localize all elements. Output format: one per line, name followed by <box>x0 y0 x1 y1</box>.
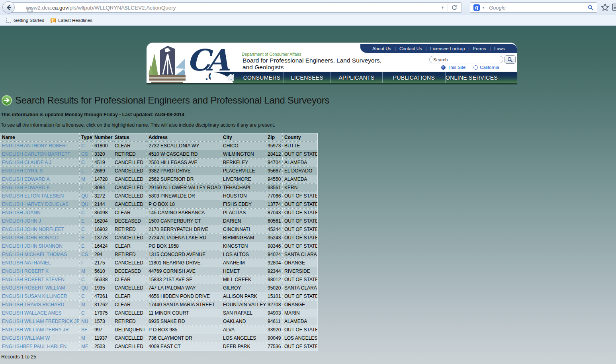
license-type-link[interactable]: E <box>81 243 84 249</box>
browser-search-placeholder: Google <box>489 5 588 11</box>
bookmark-star-icon[interactable] <box>601 3 609 13</box>
licensee-name-link[interactable]: ENGLISH JOHN NORFLEET <box>2 227 64 232</box>
license-type-link[interactable]: M <box>81 176 85 182</box>
licensee-name-link[interactable]: ENGLISH HARVEY DOUGLAS <box>2 202 68 207</box>
licensee-zip: 77536 <box>266 342 283 351</box>
table-header-row: NameTypeNumberStatusAddressCityZipCounty <box>0 133 318 142</box>
licensee-county: OUT OF STATE <box>283 200 318 209</box>
licensee-county: KERN <box>283 184 318 192</box>
licensee-zip: 94704 <box>266 159 283 167</box>
license-type-link[interactable]: L <box>81 168 84 174</box>
licensee-zip: 98012 <box>266 276 283 284</box>
licensee-address: P O BOX 985 <box>147 326 221 334</box>
licensee-zip: 35243 <box>266 234 283 242</box>
licensee-name-link[interactable]: ENGLISH JOHN J <box>2 218 41 224</box>
license-status: DECEASED <box>113 217 147 225</box>
license-type-link[interactable]: M <box>81 268 85 274</box>
license-type-link[interactable]: I <box>81 260 82 266</box>
licensee-name-link[interactable]: ENGLISH JOANN <box>2 210 41 215</box>
licensee-name-link[interactable]: ENGLISH ROBERT WILLIAM <box>2 285 65 291</box>
licensee-name-link[interactable]: ENGLISH CARLTON BARRETT <box>2 151 70 157</box>
licensee-address: 5803 PINEWILDE DR <box>147 192 221 200</box>
licensee-name-link[interactable]: ENGLISH CYRIL S <box>2 168 43 174</box>
licensee-city: DEER PARK <box>221 342 266 351</box>
licensee-name-link[interactable]: ENGLISH EDWARD A <box>2 176 50 182</box>
licensee-name-link[interactable]: ENGLISH JOHN SHANNON <box>2 243 63 249</box>
licensee-address: 2724 ALTADENA LAKE RD <box>147 234 221 242</box>
licensee-name-link[interactable]: ENGLISH ELTON TALESIEN <box>2 193 64 199</box>
licensee-name-link[interactable]: ENGLISH WILLIAM PERRY JR <box>2 327 69 333</box>
bookmark-getting-started[interactable]: Getting Started <box>3 17 47 24</box>
license-type-link[interactable]: E <box>81 218 84 224</box>
license-type-link[interactable]: L <box>81 185 84 190</box>
page-background: CA .GOV Department of Consumer Affairs B… <box>0 26 616 364</box>
licensee-name-link[interactable]: ENGLISH ANTHONY ROBERT <box>2 143 68 149</box>
licensee-county: OUT OF STATE <box>283 209 318 217</box>
licensee-name-link[interactable]: ENGLISH CLAUDE A J <box>2 160 51 165</box>
licensee-name-link[interactable]: ENGLISHBEE PAUL HARLEN <box>2 344 66 349</box>
licensee-address: 6935 SNAKE RD <box>147 317 221 326</box>
license-type-link[interactable]: QU <box>81 193 88 199</box>
column-header: Name <box>0 133 80 142</box>
license-type-link[interactable]: E <box>81 235 84 241</box>
urlbar-dropdown-icon[interactable]: ▼ <box>438 6 448 10</box>
back-button[interactable] <box>2 1 15 14</box>
license-type-link[interactable]: NU <box>81 319 88 324</box>
license-type-link[interactable]: CS <box>81 252 88 257</box>
license-type-link[interactable]: C <box>81 160 85 165</box>
license-type-link[interactable]: C <box>81 143 85 149</box>
license-type-link[interactable]: C <box>81 277 85 282</box>
licensee-name-link[interactable]: ENGLISH ROBERT STEVEN <box>2 277 65 282</box>
license-number: 16424 <box>93 242 113 250</box>
license-type-link[interactable]: SF <box>81 327 87 333</box>
license-status: CANCELLED <box>113 167 147 175</box>
license-type-link[interactable]: M <box>81 302 85 307</box>
licensee-city: HEMET <box>221 267 266 276</box>
licensee-name-link[interactable]: ENGLISH SUSAN KILLINGER <box>2 294 67 299</box>
search-engine-dropdown-icon[interactable]: ▼ <box>480 6 489 10</box>
url-bar[interactable]: www2.dca.ca.gov/pls/wllpub/WLLQRYNA$LCEV… <box>9 2 462 13</box>
licensee-county: ALAMEDA <box>283 159 318 167</box>
bookmarks-menu-icon[interactable] <box>612 3 616 13</box>
table-row: ENGLISH NATHANIEL I 2175 CANCELLED 11801… <box>0 259 318 267</box>
license-type-link[interactable]: QU <box>81 202 88 207</box>
search-magnifier-icon[interactable] <box>588 5 594 11</box>
licensee-name-link[interactable]: ENGLISH WALLACE AMES <box>2 310 62 316</box>
license-type-link[interactable]: C <box>81 227 85 232</box>
licensee-name-link[interactable]: ENGLISH EDWARD F <box>2 185 50 190</box>
licensee-address: 11801 NEARING DRIVE <box>147 259 221 267</box>
license-type-link[interactable]: C <box>81 310 85 316</box>
licensee-zip: 94903 <box>266 309 283 317</box>
bookmark-latest-headlines[interactable]: Latest Headlines <box>47 17 96 24</box>
column-header: Zip <box>266 133 283 142</box>
home-nav-item[interactable] <box>211 72 240 83</box>
licensee-county: OUT OF STATE <box>283 217 318 225</box>
licensee-zip: 15101 <box>266 292 283 301</box>
license-status: RETIRED <box>113 317 147 326</box>
license-type-link[interactable]: C <box>81 294 85 299</box>
licensee-name-link[interactable]: ENGLISH WILLIAM FREDERICK JR <box>2 319 80 324</box>
licensee-name-link[interactable]: ENGLISH TRAVIS RICHARD <box>2 302 64 307</box>
licensee-zip: 95667 <box>266 167 283 175</box>
browser-search-bar[interactable]: g ▼ Google <box>470 2 597 13</box>
licensee-county: RIVERSIDE <box>283 267 318 276</box>
table-row: ENGLISHBEE PAUL HARLEN MF 2503 CANCELLED… <box>0 342 318 351</box>
licensee-name-link[interactable]: ENGLISH NATHANIEL <box>2 260 51 266</box>
license-type-link[interactable]: QU <box>81 285 88 291</box>
licensee-address: 2562 SUPERIOR DR <box>147 175 221 184</box>
table-row: ENGLISH MICHAEL THOMAS CS 294 RETIRED 13… <box>0 250 318 259</box>
reload-icon[interactable] <box>448 4 459 11</box>
licensee-name-link[interactable]: ENGLISH WILLIAM W <box>2 335 50 341</box>
licensee-name-link[interactable]: ENGLISH MICHAEL THOMAS <box>2 252 67 257</box>
license-type-link[interactable]: MF <box>81 344 88 349</box>
licensee-zip: 92344 <box>266 267 283 276</box>
table-row: ENGLISH HARVEY DOUGLAS QU 2144 CANCELLED… <box>0 200 318 209</box>
licensee-city: TEHACHAPI <box>221 184 266 192</box>
table-row: ENGLISH SUSAN KILLINGER C 47261 CLEAR 46… <box>0 292 318 301</box>
license-type-link[interactable]: M <box>81 335 85 341</box>
licensee-name-link[interactable]: ENGLISH ROBERT K <box>2 268 49 274</box>
license-type-link[interactable]: CS <box>81 151 88 157</box>
licensee-name-link[interactable]: ENGLISH JOHN RONALD <box>2 235 59 241</box>
results-table: NameTypeNumberStatusAddressCityZipCounty… <box>0 133 318 351</box>
license-type-link[interactable]: C <box>81 210 85 215</box>
